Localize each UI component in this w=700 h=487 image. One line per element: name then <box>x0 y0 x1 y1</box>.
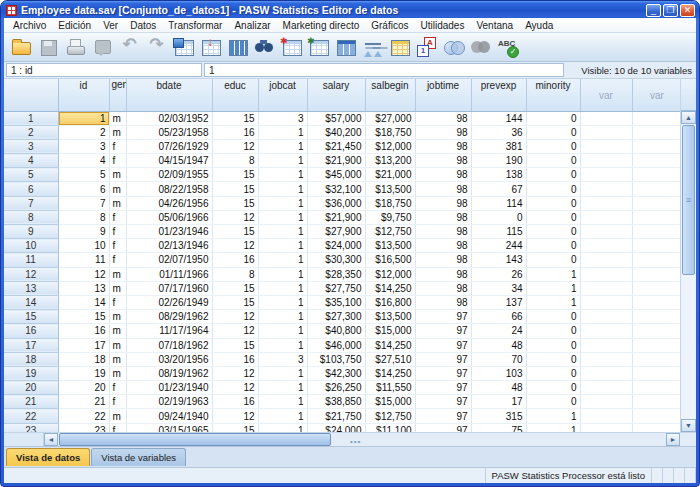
menu-item-analizar[interactable]: Analizar <box>228 20 276 31</box>
row-header-3[interactable]: 3 <box>4 139 58 153</box>
cell-salbegin-row9[interactable]: $12,750 <box>365 225 415 239</box>
cell-minority-row22[interactable]: 1 <box>526 409 580 423</box>
tab-vista-de-variables[interactable]: Vista de variables <box>91 448 186 466</box>
cell-var2-row15[interactable] <box>632 310 680 324</box>
cell-id-row20[interactable]: 20 <box>58 381 109 395</box>
cell-var1-row9[interactable] <box>580 225 632 239</box>
cell-id-row3[interactable]: 3 <box>58 139 109 153</box>
cell-gender-row10[interactable]: f <box>109 239 126 253</box>
cell-var2-row18[interactable] <box>632 352 680 366</box>
cell-prevexp-row5[interactable]: 138 <box>471 168 526 182</box>
cell-var2-row16[interactable] <box>632 324 680 338</box>
cell-educ-row4[interactable]: 8 <box>212 154 258 168</box>
cell-salary-row4[interactable]: $21,900 <box>307 154 365 168</box>
cell-salbegin-row21[interactable]: $15,000 <box>365 395 415 409</box>
row-header-17[interactable]: 17 <box>4 338 58 352</box>
cell-jobtime-row10[interactable]: 98 <box>415 239 471 253</box>
cell-id-row21[interactable]: 21 <box>58 395 109 409</box>
cell-gender-row5[interactable]: m <box>109 168 126 182</box>
cell-bdate-row7[interactable]: 04/26/1956 <box>126 196 212 210</box>
cell-jobtime-row3[interactable]: 98 <box>415 139 471 153</box>
cell-prevexp-row21[interactable]: 17 <box>471 395 526 409</box>
cell-gender-row9[interactable]: f <box>109 225 126 239</box>
cell-id-row13[interactable]: 13 <box>58 281 109 295</box>
cell-bdate-row5[interactable]: 02/09/1955 <box>126 168 212 182</box>
column-header-salary[interactable]: salary <box>307 79 365 111</box>
cell-minority-row3[interactable]: 0 <box>526 139 580 153</box>
cell-prevexp-row2[interactable]: 36 <box>471 125 526 139</box>
cell-salary-row13[interactable]: $27,750 <box>307 281 365 295</box>
find-icon[interactable] <box>251 35 278 59</box>
cell-minority-row6[interactable]: 0 <box>526 182 580 196</box>
cell-id-row4[interactable]: 4 <box>58 154 109 168</box>
column-header-jobtime[interactable]: jobtime <box>415 79 471 111</box>
cell-educ-row1[interactable]: 15 <box>212 111 258 125</box>
cell-id-row11[interactable]: 11 <box>58 253 109 267</box>
cell-jobtime-row1[interactable]: 98 <box>415 111 471 125</box>
cell-var1-row6[interactable] <box>580 182 632 196</box>
vertical-scroll-track[interactable] <box>681 276 696 419</box>
cell-bdate-row18[interactable]: 03/20/1956 <box>126 352 212 366</box>
cell-prevexp-row15[interactable]: 66 <box>471 310 526 324</box>
column-header-salbegin[interactable]: salbegin <box>365 79 415 111</box>
select-cases-icon[interactable] <box>386 35 413 59</box>
cell-salary-row15[interactable]: $27,300 <box>307 310 365 324</box>
cell-salary-row9[interactable]: $27,900 <box>307 225 365 239</box>
cell-salary-row8[interactable]: $21,900 <box>307 210 365 224</box>
cell-prevexp-row22[interactable]: 315 <box>471 409 526 423</box>
cell-salbegin-row17[interactable]: $14,250 <box>365 338 415 352</box>
cell-id-row17[interactable]: 17 <box>58 338 109 352</box>
cell-jobtime-row22[interactable]: 97 <box>415 409 471 423</box>
cell-educ-row15[interactable]: 12 <box>212 310 258 324</box>
cell-var1-row20[interactable] <box>580 381 632 395</box>
cell-salary-row6[interactable]: $32,100 <box>307 182 365 196</box>
cell-id-row14[interactable]: 14 <box>58 295 109 309</box>
cell-salbegin-row4[interactable]: $13,200 <box>365 154 415 168</box>
cell-educ-row17[interactable]: 15 <box>212 338 258 352</box>
cell-minority-row13[interactable]: 1 <box>526 281 580 295</box>
cell-prevexp-row7[interactable]: 114 <box>471 196 526 210</box>
cell-minority-row17[interactable]: 0 <box>526 338 580 352</box>
column-header-prevexp[interactable]: prevexp <box>471 79 526 111</box>
cell-salbegin-row1[interactable]: $27,000 <box>365 111 415 125</box>
cell-salbegin-row12[interactable]: $12,000 <box>365 267 415 281</box>
cell-minority-row19[interactable]: 0 <box>526 366 580 380</box>
cell-var2-row14[interactable] <box>632 295 680 309</box>
cell-minority-row10[interactable]: 0 <box>526 239 580 253</box>
cell-var2-row20[interactable] <box>632 381 680 395</box>
cell-jobcat-row16[interactable]: 1 <box>258 324 307 338</box>
cell-jobtime-row4[interactable]: 98 <box>415 154 471 168</box>
cell-var2-row5[interactable] <box>632 168 680 182</box>
cell-bdate-row13[interactable]: 07/17/1960 <box>126 281 212 295</box>
column-header-educ[interactable]: educ <box>212 79 258 111</box>
cell-jobcat-row6[interactable]: 1 <box>258 182 307 196</box>
cell-salary-row1[interactable]: $57,000 <box>307 111 365 125</box>
cell-var2-row10[interactable] <box>632 239 680 253</box>
cell-var1-row14[interactable] <box>580 295 632 309</box>
cell-reference-box[interactable]: 1 : id <box>6 63 202 77</box>
menu-item-archivo[interactable]: Archivo <box>7 20 52 31</box>
cell-var1-row12[interactable] <box>580 267 632 281</box>
row-header-13[interactable]: 13 <box>4 281 58 295</box>
cell-var1-row21[interactable] <box>580 395 632 409</box>
menu-item-utilidades[interactable]: Utilidades <box>414 20 470 31</box>
cell-gender-row20[interactable]: f <box>109 381 126 395</box>
cell-var1-row7[interactable] <box>580 196 632 210</box>
cell-prevexp-row17[interactable]: 48 <box>471 338 526 352</box>
cell-bdate-row10[interactable]: 02/13/1946 <box>126 239 212 253</box>
cell-prevexp-row11[interactable]: 143 <box>471 253 526 267</box>
scroll-up-arrow[interactable]: ▲ <box>681 111 696 124</box>
cell-gender-row3[interactable]: f <box>109 139 126 153</box>
minimize-button[interactable]: _ <box>646 4 661 17</box>
column-header-minority[interactable]: minority <box>526 79 580 111</box>
column-header-var2[interactable]: var <box>632 79 680 111</box>
cell-salbegin-row15[interactable]: $13,500 <box>365 310 415 324</box>
cell-educ-row19[interactable]: 12 <box>212 366 258 380</box>
cell-jobcat-row2[interactable]: 1 <box>258 125 307 139</box>
tab-vista-de-datos[interactable]: Vista de datos <box>6 448 90 466</box>
cell-minority-row2[interactable]: 0 <box>526 125 580 139</box>
cell-minority-row16[interactable]: 0 <box>526 324 580 338</box>
cell-gender-row23[interactable]: f <box>109 423 126 432</box>
cell-bdate-row3[interactable]: 07/26/1929 <box>126 139 212 153</box>
cell-educ-row9[interactable]: 15 <box>212 225 258 239</box>
